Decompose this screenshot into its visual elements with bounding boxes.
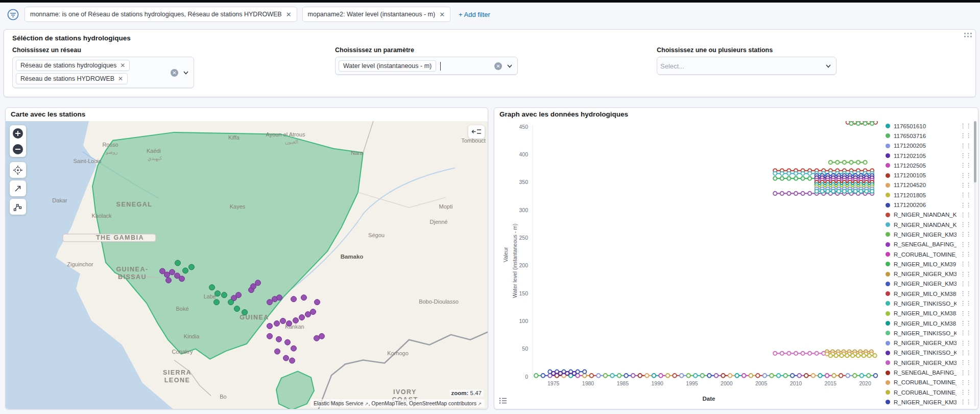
legend-item[interactable]: 1176503716⋮⋮ (886, 131, 971, 141)
legend-item-menu-icon[interactable]: ⋮⋮ (960, 251, 971, 258)
legend-item[interactable]: R_NIGER_NIANDAN_K...⋮⋮ (886, 220, 971, 229)
chart-data-point[interactable] (756, 374, 760, 378)
chart-data-point[interactable] (787, 172, 791, 175)
legend-item[interactable]: R_NIGER_NIGER_KM3...⋮⋮ (886, 279, 971, 289)
station-marker-purple[interactable] (293, 317, 299, 323)
legend-item[interactable]: R_NIGER_MILO_KM3814⋮⋮ (886, 318, 971, 328)
station-marker-purple[interactable] (286, 320, 292, 326)
chart-data-point[interactable] (773, 192, 777, 195)
station-marker-purple[interactable] (275, 349, 280, 354)
chevron-down-icon[interactable] (183, 70, 189, 76)
chart-data-point[interactable] (835, 160, 839, 164)
map-canvas[interactable]: Saint-LouisRossoروصوKiffaAyoun el Atrous… (6, 121, 488, 409)
attribution-link[interactable]: OpenMapTiles (371, 400, 406, 406)
chart-data-point[interactable] (849, 122, 853, 125)
chart-data-point[interactable] (783, 374, 787, 378)
legend-item-menu-icon[interactable]: ⋮⋮ (960, 182, 971, 189)
chart-data-point[interactable] (815, 352, 819, 355)
station-marker-purple[interactable] (170, 269, 175, 275)
chart-data-point[interactable] (787, 176, 791, 180)
filter-pill-parameter[interactable]: mopaname2: Water level (instantaneous - … (302, 7, 451, 22)
chart-data-point[interactable] (874, 374, 878, 378)
station-marker-purple[interactable] (290, 358, 295, 363)
chart-data-point[interactable] (829, 160, 832, 164)
station-marker-green[interactable] (175, 260, 181, 266)
crosshair-icon[interactable] (10, 162, 26, 178)
chart-data-point[interactable] (773, 352, 777, 355)
network-tag[interactable]: Réseau de stations HYDROWEB ✕ (16, 73, 128, 84)
legend-item[interactable]: R_NIGER_NIGER_KM3...⋮⋮ (886, 358, 971, 367)
remove-tag-icon[interactable]: ✕ (118, 76, 123, 82)
chart-data-point[interactable] (837, 189, 841, 193)
legend-item-menu-icon[interactable]: ⋮⋮ (960, 231, 971, 238)
station-marker-purple[interactable] (276, 336, 282, 342)
chart-data-point[interactable] (843, 160, 846, 164)
station-marker-purple[interactable] (283, 355, 289, 361)
legend-item-menu-icon[interactable]: ⋮⋮ (960, 241, 971, 248)
chart-data-point[interactable] (870, 122, 874, 125)
legend-item-menu-icon[interactable]: ⋮⋮ (960, 399, 971, 405)
chart-data-point[interactable] (787, 352, 791, 355)
chart-data-point[interactable] (863, 160, 867, 164)
parameter-combobox[interactable]: Water level (instantaneous - m) ✕ (335, 57, 518, 75)
station-marker-purple[interactable] (236, 292, 242, 298)
chart-data-point[interactable] (686, 374, 690, 378)
chart-data-point[interactable] (797, 374, 801, 378)
legend-item-menu-icon[interactable]: ⋮⋮ (960, 192, 971, 198)
chart-data-point[interactable] (839, 374, 843, 378)
chart-data-point[interactable] (808, 172, 811, 175)
chart-data-point[interactable] (721, 374, 725, 378)
chart-data-point[interactable] (808, 192, 811, 195)
chart-data-point[interactable] (701, 374, 705, 378)
remove-filter-icon[interactable]: ✕ (286, 11, 292, 18)
chevron-down-icon[interactable] (825, 63, 831, 69)
legend-item-menu-icon[interactable]: ⋮⋮ (960, 300, 971, 307)
chart-data-point[interactable] (638, 374, 642, 378)
station-marker-purple[interactable] (277, 295, 282, 301)
chart-data-point[interactable] (865, 189, 868, 193)
chart-data-point[interactable] (749, 374, 753, 378)
legend-item[interactable]: R_CORUBAL_TOMINE_...⋮⋮ (886, 378, 971, 387)
draw-tools-icon[interactable] (10, 199, 26, 215)
chart-data-point[interactable] (604, 374, 608, 378)
legend-item[interactable]: R_NIGER_NIGER_KM3...⋮⋮ (886, 397, 971, 407)
station-marker-purple[interactable] (280, 318, 286, 324)
legend-item-menu-icon[interactable]: ⋮⋮ (960, 330, 971, 336)
station-marker-green[interactable] (215, 291, 221, 296)
station-marker-purple[interactable] (315, 300, 320, 305)
chart-data-point[interactable] (811, 374, 816, 378)
legend-item-menu-icon[interactable]: ⋮⋮ (960, 143, 971, 149)
chart-data-point[interactable] (801, 352, 804, 355)
station-marker-purple[interactable] (179, 276, 185, 282)
add-filter-button[interactable]: + Add filter (459, 11, 490, 18)
chart-data-point[interactable] (831, 189, 835, 193)
legend-item[interactable]: R_NIGER_TINKISSO_K...⋮⋮ (886, 298, 971, 308)
station-marker-purple[interactable] (267, 333, 273, 339)
chart-data-point[interactable] (659, 374, 663, 378)
chart-data-point[interactable] (617, 374, 622, 378)
legend-item[interactable]: R_NIGER_NIGER_KM3...⋮⋮ (886, 229, 971, 239)
network-tag[interactable]: Réseau de stations hydrologiques ✕ (16, 60, 130, 71)
chart-data-point[interactable] (787, 192, 791, 195)
chart-data-point[interactable] (856, 122, 860, 125)
chart-data-point[interactable] (559, 372, 562, 375)
station-marker-purple[interactable] (301, 295, 307, 301)
chart-data-point[interactable] (808, 352, 811, 355)
chart-data-point[interactable] (840, 354, 843, 357)
legend-item[interactable]: 1176501610⋮⋮ (886, 121, 971, 131)
chart-data-point[interactable] (843, 189, 846, 193)
legend-item[interactable]: R_NIGER_MILO_KM3833⋮⋮ (886, 309, 971, 318)
chart-data-point[interactable] (794, 192, 798, 195)
legend-item[interactable]: R_CORUBAL_TOMINE_...⋮⋮ (886, 249, 971, 259)
legend-item[interactable]: R_NIGER_MILO_KM3975⋮⋮ (886, 259, 971, 269)
chart-data-point[interactable] (589, 374, 593, 378)
station-marker-purple[interactable] (319, 333, 325, 339)
chart-data-point[interactable] (808, 176, 811, 180)
legend-item[interactable]: 1171200105⋮⋮ (886, 170, 971, 180)
chart-data-point[interactable] (849, 160, 853, 164)
chart-data-point[interactable] (853, 189, 857, 193)
legend-item-menu-icon[interactable]: ⋮⋮ (960, 310, 971, 317)
chart-data-point[interactable] (820, 189, 824, 193)
chart-data-point[interactable] (565, 372, 569, 375)
chart-data-point[interactable] (818, 374, 822, 378)
